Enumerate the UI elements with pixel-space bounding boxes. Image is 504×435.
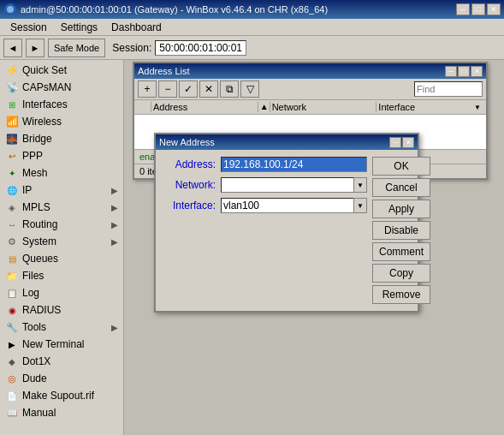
menu-dashboard[interactable]: Dashboard <box>104 20 169 35</box>
cancel-button[interactable]: Cancel <box>372 178 430 197</box>
sidebar-item-routing[interactable]: ↔ Routing ▶ <box>0 216 123 233</box>
network-input-wrapper: ▼ <box>221 177 367 193</box>
sidebar-item-dot1x[interactable]: ◆ Dot1X <box>0 353 123 370</box>
enable-address-button[interactable]: ✓ <box>179 80 198 98</box>
col-sort-icon[interactable]: ▲ <box>258 102 270 112</box>
network-label: Network: <box>163 179 221 191</box>
address-list-close-button[interactable]: ✕ <box>471 66 483 77</box>
sidebar-item-interfaces[interactable]: ⊞ Interfaces <box>0 96 123 113</box>
sidebar-label-dude: Dude <box>22 372 118 384</box>
ip-icon: 🌐 <box>5 183 19 197</box>
new-address-window-buttons: ─ ✕ <box>389 137 414 148</box>
col-network: Network <box>270 102 377 112</box>
sidebar-item-queues[interactable]: ▤ Queues <box>0 250 123 267</box>
interface-input[interactable] <box>221 198 353 213</box>
sidebar-item-system[interactable]: ⚙ System ▶ <box>0 233 123 250</box>
address-field-row: Address: <box>163 157 367 172</box>
interface-dropdown-button[interactable]: ▼ <box>353 198 367 213</box>
quick-set-icon: ⚡ <box>5 63 19 77</box>
address-list-minimize-button[interactable]: ─ <box>445 66 457 77</box>
queues-icon: ▤ <box>5 252 19 265</box>
sidebar-label-capsman: CAPsMAN <box>22 81 118 93</box>
sidebar-label-system: System <box>22 235 110 247</box>
mesh-icon: ✦ <box>5 166 19 180</box>
ok-button[interactable]: OK <box>372 157 430 176</box>
title-bar-text: admin@50:00:00:01:00:01 (Gateway) - WinB… <box>21 4 456 15</box>
safe-mode-button[interactable]: Safe Mode <box>48 39 105 57</box>
sidebar-item-manual[interactable]: 📖 Manual <box>0 404 123 421</box>
sidebar-item-log[interactable]: 📋 Log <box>0 284 123 301</box>
app-icon <box>3 3 17 16</box>
apply-button[interactable]: Apply <box>372 200 430 218</box>
add-address-button[interactable]: + <box>138 80 157 98</box>
sidebar-item-bridge[interactable]: 🌉 Bridge <box>0 130 123 147</box>
session-label: Session: <box>112 42 151 54</box>
disable-button[interactable]: Disable <box>372 221 430 240</box>
new-address-title-bar: New Address ─ ✕ <box>156 134 418 150</box>
sidebar-label-log: Log <box>22 287 118 299</box>
sidebar-label-terminal: New Terminal <box>22 338 118 350</box>
new-address-minimize-button[interactable]: ─ <box>389 137 401 148</box>
new-address-buttons: OK Cancel Apply Disable Comment Copy Rem… <box>372 157 430 304</box>
sidebar-label-mpls: MPLS <box>22 201 110 213</box>
remove-button[interactable]: Remove <box>372 285 430 304</box>
sidebar-item-capsman[interactable]: 📡 CAPsMAN <box>0 79 123 96</box>
new-address-close-button[interactable]: ✕ <box>402 137 414 148</box>
sidebar-item-dude[interactable]: ◎ Dude <box>0 370 123 387</box>
find-input[interactable] <box>414 81 483 97</box>
tools-icon: 🔧 <box>5 320 19 334</box>
address-list-maximize-button[interactable]: □ <box>458 66 470 77</box>
filter-button[interactable]: ▽ <box>240 80 259 98</box>
sidebar-label-tools: Tools <box>22 321 110 333</box>
back-button[interactable]: ◄ <box>3 39 22 57</box>
sidebar-item-terminal[interactable]: ▶ New Terminal <box>0 336 123 353</box>
new-address-body: Address: Network: ▼ Interface: <box>156 150 418 311</box>
address-table-header: Address ▲ Network Interface ▼ <box>134 100 486 115</box>
dude-icon: ◎ <box>5 372 19 385</box>
svg-point-1 <box>7 6 14 13</box>
disable-address-button[interactable]: ✕ <box>199 80 218 98</box>
sidebar-item-quick-set[interactable]: ⚡ Quick Set <box>0 62 123 79</box>
comment-button[interactable]: Comment <box>372 242 430 261</box>
sidebar-item-tools[interactable]: 🔧 Tools ▶ <box>0 319 123 336</box>
menu-settings[interactable]: Settings <box>54 20 104 35</box>
network-input[interactable] <box>221 177 353 193</box>
terminal-icon: ▶ <box>5 337 19 351</box>
close-button[interactable]: ✕ <box>487 3 501 15</box>
sidebar-item-mpls[interactable]: ◈ MPLS ▶ <box>0 199 123 216</box>
routing-arrow-icon: ▶ <box>111 220 118 229</box>
col-interface-label: Interface <box>378 102 415 112</box>
sidebar: ⚡ Quick Set 📡 CAPsMAN ⊞ Interfaces 📶 Wir… <box>0 60 124 435</box>
mpls-arrow-icon: ▶ <box>111 203 118 212</box>
supout-icon: 📄 <box>5 389 19 402</box>
sidebar-item-radius[interactable]: ◉ RADIUS <box>0 301 123 319</box>
interface-label: Interface: <box>163 200 221 212</box>
sidebar-label-manual: Manual <box>22 407 118 419</box>
new-address-form: Address: Network: ▼ Interface: <box>163 157 367 304</box>
maximize-button[interactable]: □ <box>471 3 485 15</box>
sidebar-item-ip[interactable]: 🌐 IP ▶ <box>0 182 123 199</box>
sidebar-label-files: Files <box>22 270 118 282</box>
sidebar-label-supout: Make Supout.rif <box>22 390 118 402</box>
address-list-toolbar: + − ✓ ✕ ⧉ ▽ <box>134 79 486 100</box>
remove-address-button[interactable]: − <box>158 80 177 98</box>
sidebar-item-supout[interactable]: 📄 Make Supout.rif <box>0 387 123 404</box>
copy-button[interactable]: Copy <box>372 264 430 283</box>
forward-button[interactable]: ► <box>26 39 44 57</box>
new-address-dialog: New Address ─ ✕ Address: Network: <box>154 133 419 313</box>
menu-session[interactable]: Session <box>3 20 54 35</box>
sidebar-item-wireless[interactable]: 📶 Wireless <box>0 113 123 130</box>
copy-address-button[interactable]: ⧉ <box>220 80 239 98</box>
sidebar-label-routing: Routing <box>22 218 110 230</box>
sidebar-item-mesh[interactable]: ✦ Mesh <box>0 164 123 182</box>
minimize-button[interactable]: ─ <box>456 3 470 15</box>
sidebar-item-files[interactable]: 📁 Files <box>0 267 123 284</box>
title-bar: admin@50:00:00:01:00:01 (Gateway) - WinB… <box>0 0 504 19</box>
files-icon: 📁 <box>5 269 19 283</box>
interface-input-wrapper: ▼ <box>221 198 367 213</box>
col-interface-sort-icon[interactable]: ▼ <box>474 104 481 111</box>
sidebar-item-ppp[interactable]: ↩ PPP <box>0 147 123 164</box>
address-input[interactable] <box>221 157 367 172</box>
sidebar-label-ip: IP <box>22 184 110 196</box>
network-dropdown-button[interactable]: ▼ <box>353 177 367 193</box>
